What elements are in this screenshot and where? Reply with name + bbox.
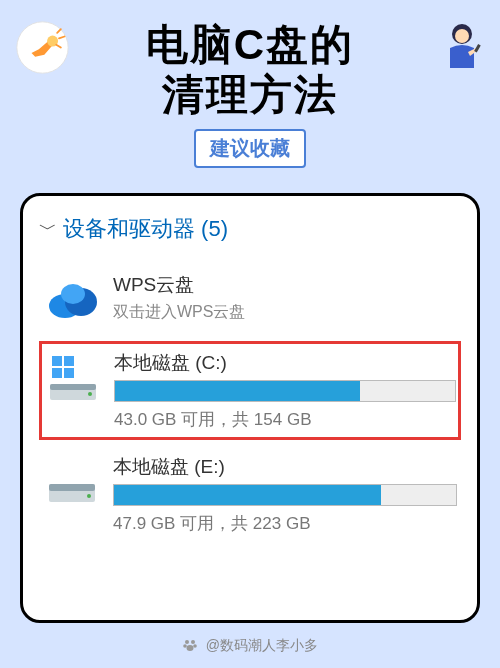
drive-name: 本地磁盘 (E:) [113, 454, 457, 480]
drive-item-c[interactable]: 本地磁盘 (C:) 43.0 GB 可用，共 154 GB [39, 341, 461, 440]
storage-bar [113, 484, 457, 506]
drive-item-e[interactable]: 本地磁盘 (E:) 47.9 GB 可用，共 223 GB [39, 446, 461, 543]
drive-info: 本地磁盘 (E:) 47.9 GB 可用，共 223 GB [103, 454, 457, 535]
megaphone-icon [15, 20, 70, 75]
drive-info: WPS云盘 双击进入WPS云盘 [103, 272, 457, 323]
watermark-text: @数码潮人李小多 [206, 637, 318, 653]
title-line-2: 清理方法 [162, 71, 338, 118]
drive-info: 本地磁盘 (C:) 43.0 GB 可用，共 154 GB [104, 350, 456, 431]
section-label: 设备和驱动器 (5) [63, 214, 228, 244]
drive-name: WPS云盘 [113, 272, 457, 298]
svg-point-14 [88, 392, 92, 396]
disk-icon [43, 454, 103, 509]
storage-fill [115, 381, 360, 401]
watermark: @数码潮人李小多 [0, 637, 500, 656]
drive-stats: 47.9 GB 可用，共 223 GB [113, 512, 457, 535]
svg-rect-9 [64, 356, 74, 366]
svg-point-17 [87, 494, 91, 498]
svg-point-19 [191, 640, 195, 644]
svg-rect-8 [52, 356, 62, 366]
subtitle-badge: 建议收藏 [194, 129, 306, 168]
title-line-1: 电脑C盘的 [146, 21, 354, 68]
chevron-down-icon: ﹀ [39, 217, 57, 241]
svg-rect-11 [64, 368, 74, 378]
svg-rect-16 [49, 484, 95, 491]
page-title: 电脑C盘的 清理方法 [20, 20, 480, 121]
section-header[interactable]: ﹀ 设备和驱动器 (5) [39, 214, 461, 244]
header: 电脑C盘的 清理方法 建议收藏 [0, 0, 500, 178]
drive-item-wps[interactable]: WPS云盘 双击进入WPS云盘 [39, 264, 461, 335]
svg-point-22 [186, 645, 193, 651]
svg-point-3 [455, 29, 469, 43]
drive-stats: 43.0 GB 可用，共 154 GB [114, 408, 456, 431]
drive-name: 本地磁盘 (C:) [114, 350, 456, 376]
svg-rect-4 [474, 44, 481, 52]
svg-rect-13 [50, 384, 96, 390]
explorer-panel: ﹀ 设备和驱动器 (5) WPS云盘 双击进入WPS云盘 [20, 193, 480, 623]
storage-fill [114, 485, 381, 505]
storage-bar [114, 380, 456, 402]
paw-icon [182, 637, 198, 656]
svg-point-7 [61, 284, 85, 304]
disk-icon [44, 350, 104, 405]
svg-point-18 [185, 640, 189, 644]
svg-point-21 [193, 644, 197, 648]
svg-point-20 [183, 644, 187, 648]
cloud-icon [43, 272, 103, 327]
svg-rect-10 [52, 368, 62, 378]
avatar-icon [440, 20, 485, 75]
drive-subtitle: 双击进入WPS云盘 [113, 302, 457, 323]
